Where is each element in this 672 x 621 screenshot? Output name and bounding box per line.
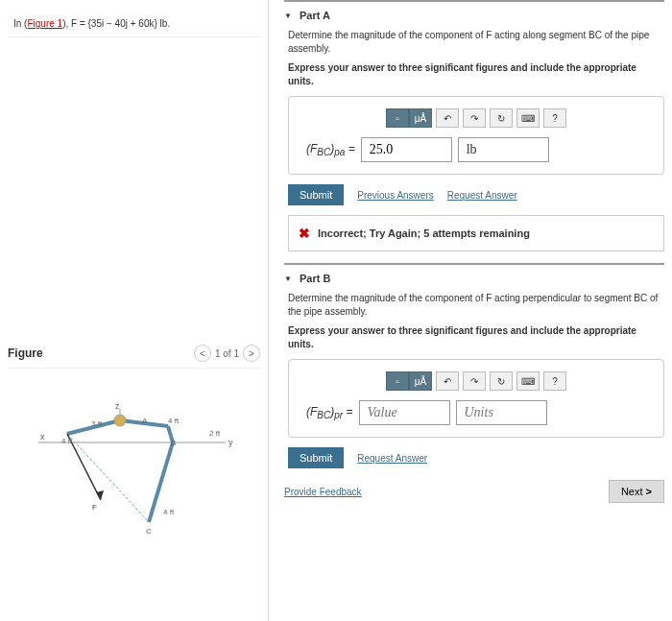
part-a-prompt: Determine the magnitude of the component…: [288, 29, 664, 56]
part-b-toolbar: ▫ μÅ ↶ ↷ ↻ ⌨ ?: [306, 371, 646, 391]
part-a-answer-box: ▫ μÅ ↶ ↷ ↻ ⌨ ? (FBC)pa =: [288, 96, 664, 175]
incorrect-icon: ✖: [299, 226, 310, 241]
figure-link[interactable]: Figure 1: [27, 18, 62, 29]
svg-text:3 ft: 3 ft: [91, 419, 103, 428]
part-a-previous-answers-link[interactable]: Previous Answers: [357, 190, 433, 201]
part-a-feedback: ✖ Incorrect; Try Again; 5 attempts remai…: [288, 215, 664, 251]
svg-text:x: x: [40, 432, 45, 442]
left-panel: In (Figure 1), F = {35i − 40j + 60k} lb.…: [0, 0, 269, 621]
figure-section: Figure < 1 of 1 > y x z: [8, 345, 260, 553]
part-a-value-input[interactable]: [361, 137, 452, 162]
chevron-down-icon: ▼: [284, 12, 292, 20]
part-b-submit-button[interactable]: Submit: [288, 447, 344, 468]
svg-text:4 ft: 4 ft: [61, 437, 73, 445]
problem-prefix: In (: [13, 18, 27, 29]
problem-statement: In (Figure 1), F = {35i − 40j + 60k} lb.: [8, 12, 260, 37]
part-b-request-answer-link[interactable]: Request Answer: [357, 453, 427, 464]
redo-icon[interactable]: ↷: [463, 371, 486, 391]
svg-text:F: F: [92, 503, 97, 512]
figure-next-button[interactable]: >: [243, 345, 260, 362]
svg-text:C: C: [146, 527, 152, 536]
figure-title: Figure: [8, 346, 43, 360]
keyboard-icon[interactable]: ⌨: [516, 371, 540, 391]
part-b-answer-box: ▫ μÅ ↶ ↷ ↻ ⌨ ? (FBC)pr =: [288, 359, 664, 438]
part-a-toolbar: ▫ μÅ ↶ ↷ ↻ ⌨ ?: [306, 108, 646, 128]
redo-icon[interactable]: ↷: [463, 108, 486, 128]
part-a-header[interactable]: ▼ Part A: [284, 2, 664, 29]
reset-icon[interactable]: ↻: [490, 108, 513, 128]
part-a-feedback-text: Incorrect; Try Again; 5 attempts remaini…: [318, 227, 530, 239]
next-button[interactable]: Next >: [609, 480, 664, 503]
svg-line-9: [67, 434, 149, 522]
undo-icon[interactable]: ↶: [436, 108, 459, 128]
part-a-units-input[interactable]: [458, 137, 549, 162]
template-icon[interactable]: ▫: [386, 108, 409, 128]
svg-text:y: y: [228, 438, 233, 447]
problem-suffix: ), F = {35i − 40j + 60k} lb.: [62, 18, 170, 29]
svg-text:z: z: [115, 401, 120, 411]
part-a-var-label: (FBC)pa =: [306, 142, 355, 157]
part-b-instruct: Express your answer to three significant…: [288, 324, 664, 351]
svg-text:2 ft: 2 ft: [209, 429, 221, 438]
part-b-var-label: (FBC)pr =: [306, 405, 353, 420]
provide-feedback-link[interactable]: Provide Feedback: [284, 487, 362, 497]
part-b-title: Part B: [300, 273, 330, 284]
undo-icon[interactable]: ↶: [436, 371, 459, 391]
part-b-header[interactable]: ▼ Part B: [284, 265, 664, 292]
special-char-icon[interactable]: μÅ: [409, 108, 432, 128]
chevron-down-icon: ▼: [284, 275, 292, 283]
part-a-submit-button[interactable]: Submit: [288, 184, 344, 205]
svg-point-12: [114, 415, 126, 426]
next-label: Next: [621, 486, 643, 497]
part-b-units-input[interactable]: [456, 400, 547, 425]
figure-nav-text: 1 of 1: [215, 348, 239, 359]
svg-line-10: [67, 434, 101, 500]
svg-text:A: A: [142, 417, 148, 425]
part-a-request-answer-link[interactable]: Request Answer: [447, 190, 517, 201]
part-b-section: ▼ Part B Determine the magnitude of the …: [284, 263, 664, 468]
svg-text:4 ft: 4 ft: [168, 417, 180, 425]
part-b-prompt: Determine the magnitude of the component…: [288, 292, 664, 319]
figure-image: y x z 3 ft 4 ft 2 ft 4 ft B A: [19, 380, 250, 553]
help-icon[interactable]: ?: [543, 108, 566, 128]
part-a-title: Part A: [300, 10, 330, 21]
figure-prev-button[interactable]: <: [194, 345, 211, 362]
right-panel: ▼ Part A Determine the magnitude of the …: [269, 0, 672, 621]
figure-nav: < 1 of 1 >: [194, 345, 260, 362]
svg-text:B: B: [171, 439, 176, 447]
special-char-icon[interactable]: μÅ: [409, 371, 432, 391]
template-icon[interactable]: ▫: [386, 371, 409, 391]
part-b-value-input[interactable]: [359, 400, 450, 425]
reset-icon[interactable]: ↻: [490, 371, 513, 391]
keyboard-icon[interactable]: ⌨: [516, 108, 540, 128]
part-a-section: ▼ Part A Determine the magnitude of the …: [284, 0, 664, 251]
help-icon[interactable]: ?: [543, 371, 566, 391]
svg-text:4 ft: 4 ft: [163, 508, 175, 516]
part-a-instruct: Express your answer to three significant…: [288, 61, 664, 88]
